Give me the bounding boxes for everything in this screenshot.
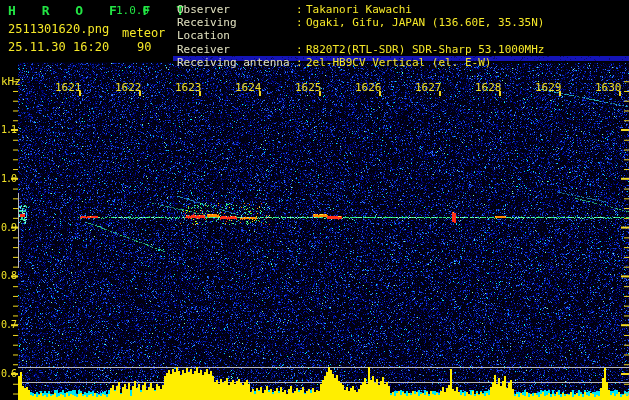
freq-axis-unit: kHz xyxy=(1,75,21,88)
info-row-antenna: Receiving antenna : 2el-HB9CV Vertical (… xyxy=(177,56,544,69)
time-tick-label: 1624 xyxy=(235,81,262,94)
observer-info-block: Observer : Takanori Kawachi Receiving Lo… xyxy=(177,3,544,69)
info-row-observer: Observer : Takanori Kawachi xyxy=(177,3,544,16)
hrofft-window: H R O F F T 1.0.0 2511301620.png meteor … xyxy=(0,0,629,400)
info-label: Receiving Location xyxy=(177,16,296,42)
info-separator: : xyxy=(296,43,306,56)
time-tick-label: 1627 xyxy=(415,81,442,94)
info-row-receiver: Receiver : R820T2(RTL-SDR) SDR-Sharp 53.… xyxy=(177,43,544,56)
info-value: Takanori Kawachi xyxy=(306,3,412,16)
app-title: H R O F F T xyxy=(8,3,193,18)
info-separator: : xyxy=(296,3,306,16)
time-tick-label: 1623 xyxy=(175,81,202,94)
mode-label: meteor xyxy=(122,26,165,40)
time-tick-label: 1622 xyxy=(115,81,142,94)
time-tick-label: 1630 xyxy=(595,81,622,94)
freq-tick-label: 0.6 xyxy=(0,368,16,379)
info-label: Receiver xyxy=(177,43,296,56)
info-label: Observer xyxy=(177,3,296,16)
freq-tick-label: 1.1 xyxy=(0,124,16,135)
app-version: 1.0.0 xyxy=(116,4,149,17)
freq-tick-label: 0.7 xyxy=(0,319,16,330)
time-tick-label: 1628 xyxy=(475,81,502,94)
info-row-location: Receiving Location : Ogaki, Gifu, JAPAN … xyxy=(177,16,544,42)
time-tick-label: 1621 xyxy=(55,81,82,94)
info-value: Ogaki, Gifu, JAPAN (136.60E, 35.35N) xyxy=(306,16,544,42)
info-separator: : xyxy=(296,16,306,42)
info-value: 2el-HB9CV Vertical (el. E-W) xyxy=(306,56,491,69)
output-filename: 2511301620.png xyxy=(8,22,109,36)
info-label: Receiving antenna xyxy=(177,56,296,69)
freq-tick-label: 1.0 xyxy=(0,173,16,184)
time-tick-label: 1625 xyxy=(295,81,322,94)
info-value: R820T2(RTL-SDR) SDR-Sharp 53.1000MHz xyxy=(306,43,544,56)
interval-label: 90 xyxy=(137,40,151,54)
time-tick-label: 1626 xyxy=(355,81,382,94)
datetime-label: 25.11.30 16:20 xyxy=(8,40,109,54)
info-separator: : xyxy=(296,56,306,69)
freq-tick-label: 0.8 xyxy=(0,270,16,281)
time-tick-label: 1629 xyxy=(535,81,562,94)
freq-tick-label: 0.9 xyxy=(0,222,16,233)
